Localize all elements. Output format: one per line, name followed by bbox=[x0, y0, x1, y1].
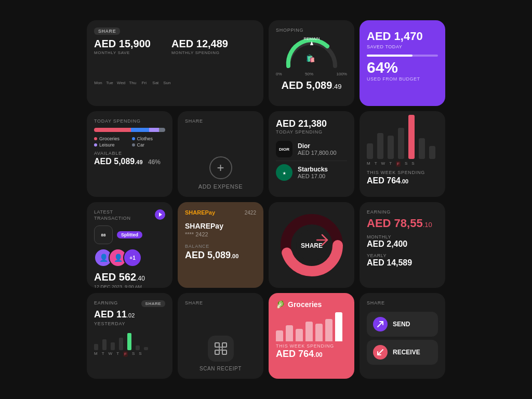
scan-receipt-card[interactable]: SHARE SCAN RECEIPT bbox=[178, 293, 263, 379]
share-tag: SHARE bbox=[94, 28, 120, 35]
earning-bar-2 bbox=[111, 342, 115, 350]
gauge-100: 100% bbox=[337, 72, 347, 76]
shopping-amount-main: AED 5,089 bbox=[282, 79, 332, 91]
earning-bar-0 bbox=[94, 344, 98, 350]
svg-text:🛍️: 🛍️ bbox=[305, 54, 315, 63]
svg-text:SHARE: SHARE bbox=[300, 242, 322, 249]
bar-group-6: Sun bbox=[163, 78, 171, 85]
donut-chart: SHARE bbox=[278, 211, 345, 279]
receive-button[interactable]: RECEIVE bbox=[367, 340, 438, 365]
weekly-day-3: T bbox=[389, 161, 392, 167]
earning-bar-6 bbox=[144, 347, 148, 350]
groceries-label: Groceries bbox=[99, 136, 119, 141]
yt-icon bbox=[155, 209, 165, 220]
add-expense-card[interactable]: SHARE + ADD EXPENSE bbox=[178, 111, 263, 197]
earning-small-card: EARNING SHARE AED 11.02 YESTERDAY MTWTFS… bbox=[87, 293, 172, 379]
today-spending-card: TODAY SPENDING Groceries Clothes Leisure bbox=[87, 111, 172, 197]
leisure-label: Leisure bbox=[99, 142, 115, 148]
weekly-bar-0 bbox=[367, 143, 373, 159]
car-dot bbox=[132, 143, 135, 147]
monthly-spend-label: MONTHLY SPENDING bbox=[171, 50, 228, 55]
sharepay-name: SHAREPay bbox=[185, 222, 256, 230]
dior-transaction: DIOR Dior AED 17,800.00 bbox=[276, 138, 347, 161]
send-icon bbox=[373, 317, 388, 331]
dior-amount: AED 17,800.00 bbox=[298, 150, 337, 156]
budget-progress-fill bbox=[367, 55, 413, 57]
send-button[interactable]: SEND bbox=[367, 312, 438, 337]
add-expense-button[interactable]: + bbox=[209, 156, 232, 179]
clothes-label: Clothes bbox=[137, 136, 153, 141]
week-amount: AED 764.00 bbox=[367, 176, 438, 185]
starbucks-transaction: ★ Starbucks AED 17.00 bbox=[276, 161, 347, 184]
share-tag-13: SHARE bbox=[185, 300, 203, 305]
monthly-label: MONTHLY bbox=[367, 234, 438, 240]
available-amount: AED 5,089.49 46% bbox=[94, 157, 165, 166]
gauge-0: 0% bbox=[276, 72, 282, 76]
earning-small-days: MTWTFSS bbox=[94, 351, 165, 357]
saved-today-card: AED 1,470 SAVED TODAY 64% USED FROM BUDG… bbox=[360, 20, 445, 106]
latest-amount: AED 562.40 bbox=[94, 271, 165, 283]
groceries-bar-3 bbox=[305, 322, 313, 342]
groceries-bar-0 bbox=[276, 330, 283, 341]
latest-transaction-card: LATESTTRANSACTION 88 Splitted 👤 👤 +1 AED… bbox=[87, 202, 172, 288]
legend-groceries: Groceries bbox=[94, 136, 128, 141]
legend-clothes: Clothes bbox=[132, 136, 166, 141]
weekly-bar-3 bbox=[398, 128, 404, 159]
svg-rect-16 bbox=[222, 350, 227, 354]
yearly-label: YEARLY bbox=[367, 253, 438, 258]
shopping-gauge: 🛍️ REMAIN bbox=[283, 35, 340, 69]
budget-label: USED FROM BUDGET bbox=[367, 76, 438, 82]
weekly-days: MTWTFSS bbox=[367, 161, 438, 167]
weekly-day-5: S bbox=[405, 161, 407, 167]
legend-car: Car bbox=[132, 142, 166, 148]
car-label: Car bbox=[137, 142, 145, 148]
groceries-dot bbox=[94, 137, 97, 140]
svg-line-18 bbox=[378, 322, 383, 327]
monthly-earning: MONTHLY AED 2,400 bbox=[367, 234, 438, 249]
groceries-bar-6 bbox=[335, 312, 342, 341]
available-label: AVAILABLE bbox=[94, 151, 165, 156]
svg-marker-5 bbox=[159, 212, 162, 217]
splitted-logo: 88 bbox=[94, 225, 113, 244]
share-donut-card: SHARE bbox=[269, 202, 354, 288]
earning-day-3: T bbox=[116, 351, 119, 357]
svg-rect-13 bbox=[215, 343, 219, 347]
svg-text:★: ★ bbox=[283, 171, 286, 175]
splitted-badge: Splitted bbox=[117, 231, 142, 238]
weekly-bar-chart: MonTueWedThuFriSatSun bbox=[94, 59, 256, 85]
starbucks-amount: AED 17.00 bbox=[298, 173, 328, 179]
gauge-50: 50% bbox=[305, 72, 313, 76]
svg-rect-15 bbox=[215, 350, 219, 354]
groceries-bar-2 bbox=[296, 329, 303, 342]
bar-group-0: Mon bbox=[94, 78, 102, 85]
sharepay-card: SHAREPay 2422 SHAREPay **** 2422 BALANCE… bbox=[178, 202, 263, 288]
send-label: SEND bbox=[393, 321, 410, 328]
avatar-group: 👤 👤 +1 bbox=[94, 248, 165, 267]
monthly-spend-amount: AED 12,489 bbox=[171, 38, 228, 50]
groceries-bar-5 bbox=[325, 319, 332, 341]
today-spending-big-card: AED 21,380 TODAY SPENDING DIOR Dior AED … bbox=[269, 111, 354, 197]
bar-group-2: Wed bbox=[117, 78, 125, 85]
earning-day-5: S bbox=[132, 351, 135, 357]
monthly-save-amount: AED 15,900 bbox=[94, 38, 151, 50]
saved-label: SAVED TODAY bbox=[367, 44, 438, 49]
weekly-bars bbox=[367, 123, 438, 159]
weekly-day-1: T bbox=[375, 161, 377, 167]
today-big-amount: AED 21,380 bbox=[276, 118, 347, 129]
balance-label: BALANCE bbox=[185, 244, 256, 249]
share-tag-12: SHARE bbox=[141, 300, 165, 307]
groceries-title: Groceries bbox=[288, 300, 322, 309]
starbucks-icon: ★ bbox=[276, 164, 292, 181]
receive-label: RECEIVE bbox=[393, 349, 420, 356]
svg-point-17 bbox=[219, 347, 222, 350]
send-receive-card: SHARE SEND RECEIVE bbox=[360, 293, 445, 379]
share-monthly-card: SHARE AED 15,900 MONTHLY SAVE AED 12,489… bbox=[87, 20, 263, 106]
earning-amount: AED 78,55.10 bbox=[367, 217, 438, 230]
earning-day-2: W bbox=[109, 351, 113, 357]
groceries-bar-4 bbox=[315, 324, 323, 341]
groceries-week-label: THIS WEEK SPENDING bbox=[276, 343, 347, 349]
clothes-dot bbox=[132, 137, 135, 140]
avatar-plus: +1 bbox=[123, 248, 142, 267]
svg-text:REMAIN: REMAIN bbox=[303, 36, 320, 41]
scan-icon[interactable] bbox=[208, 336, 234, 362]
